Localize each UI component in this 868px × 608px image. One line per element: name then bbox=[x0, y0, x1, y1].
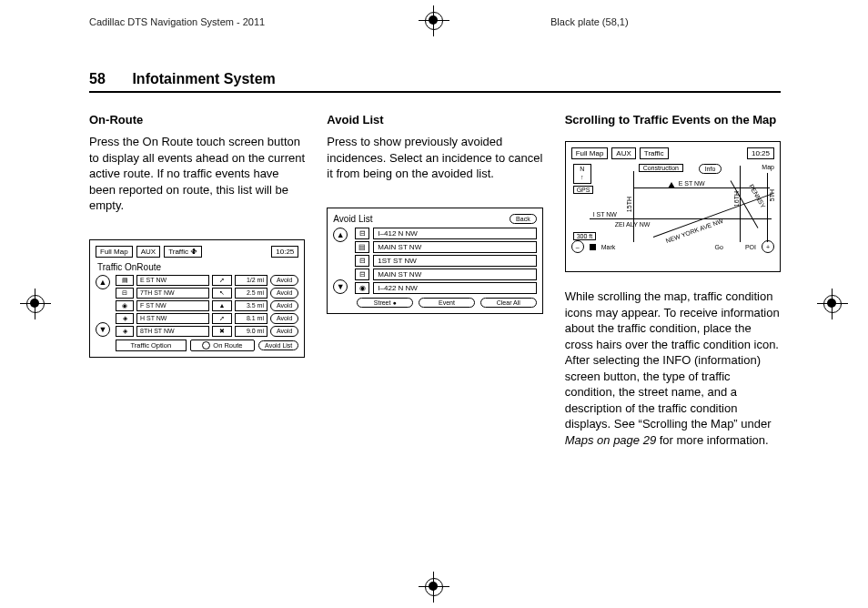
traffic-row[interactable]: ⊟ 7TH ST NW ↖ 2.5 mi Avoid bbox=[116, 288, 298, 299]
tab-full-map[interactable]: Full Map bbox=[96, 246, 133, 258]
row-dir-icon: ➚ bbox=[212, 275, 232, 286]
event-button[interactable]: Event bbox=[419, 298, 475, 308]
tab-traffic-label: Traffic bbox=[168, 248, 188, 256]
road-line bbox=[590, 218, 772, 219]
row-icon: ▤ bbox=[116, 275, 134, 286]
para-on-route: Press the On Route touch screen button t… bbox=[89, 134, 305, 214]
on-route-button[interactable]: On Route bbox=[190, 339, 255, 351]
heading-scrolling: Scrolling to Traffic Events on the Map bbox=[565, 113, 781, 127]
avoid-button[interactable]: Avoid bbox=[270, 275, 298, 286]
construction-label: Construction bbox=[639, 164, 683, 172]
registration-mark-right bbox=[817, 289, 848, 319]
street-label: Street bbox=[374, 299, 391, 306]
tab-traffic[interactable]: Traffic⛖ bbox=[164, 246, 202, 258]
tab-traffic[interactable]: Traffic bbox=[640, 147, 669, 159]
avoid-row[interactable]: ⊟MAIN ST NW bbox=[355, 269, 536, 280]
compass-icon: N↑ bbox=[573, 164, 591, 184]
traffic-row[interactable]: ◈ 8TH ST NW ✖ 9.0 mi Avoid bbox=[116, 326, 298, 337]
back-button[interactable]: Back bbox=[510, 214, 537, 224]
info-button[interactable]: Info bbox=[699, 164, 722, 174]
registration-mark-left bbox=[20, 289, 51, 319]
road-line bbox=[767, 173, 768, 242]
clear-all-button[interactable]: Clear All bbox=[480, 298, 537, 308]
clock: 10:25 bbox=[747, 147, 774, 159]
scroll-up-button[interactable]: ▲ bbox=[333, 228, 348, 242]
info-group: Info bbox=[699, 164, 722, 174]
figure-traffic-onroute: Full Map AUX Traffic⛖ 10:25 Traffic OnRo… bbox=[89, 239, 305, 358]
traffic-option-button[interactable]: Traffic Option bbox=[116, 339, 187, 351]
row-dist: 3.5 mi bbox=[235, 300, 267, 311]
row-name: F ST NW bbox=[136, 300, 209, 311]
scroll-down-button[interactable]: ▼ bbox=[333, 279, 348, 294]
row-name: H ST NW bbox=[136, 313, 209, 324]
traffic-row[interactable]: ◉ F ST NW ▲ 3.5 mi Avoid bbox=[116, 300, 298, 311]
road-label-16th: 16TH bbox=[733, 191, 740, 207]
map-button[interactable]: Map bbox=[762, 164, 774, 170]
avoid-row[interactable]: ▤MAIN ST NW bbox=[355, 241, 536, 253]
zoom-in-button[interactable]: + bbox=[762, 240, 774, 253]
row-name: MAIN ST NW bbox=[373, 269, 536, 280]
xref-maps: Maps on page 29 bbox=[565, 433, 656, 447]
mark-icon bbox=[590, 244, 596, 250]
go-label: Go bbox=[715, 244, 723, 250]
row-icon: ⊟ bbox=[355, 255, 369, 267]
row-icon: ⊟ bbox=[355, 228, 369, 239]
avoid-list-button[interactable]: Avoid List bbox=[258, 340, 298, 350]
map-canvas[interactable]: N↑ GPS Construction Info Map bbox=[571, 162, 774, 253]
scroll-down-button[interactable]: ▼ bbox=[96, 322, 110, 337]
street-button[interactable]: Street ● bbox=[357, 298, 413, 308]
avoid-row[interactable]: ◉I–422 N NW bbox=[355, 282, 536, 294]
para-scrolling: While scrolling the map, traffic conditi… bbox=[565, 289, 781, 448]
plate-label: Black plate (58,1) bbox=[550, 16, 629, 27]
road-label-zei: ZEI ALY NW bbox=[615, 221, 651, 228]
row-icon: ⊟ bbox=[355, 269, 369, 280]
tab-full-map[interactable]: Full Map bbox=[571, 147, 609, 159]
road-label-est: E ST NW bbox=[679, 180, 705, 187]
chapter-title: Infotainment System bbox=[132, 71, 275, 86]
para-scrolling-2: for more information. bbox=[656, 433, 769, 447]
row-name: 7TH ST NW bbox=[136, 288, 209, 299]
row-name: I–412 N NW bbox=[373, 228, 536, 239]
gps-badge: GPS bbox=[573, 186, 594, 194]
mark-label: Mark bbox=[601, 244, 616, 250]
row-dist: 1/2 mi bbox=[235, 275, 267, 286]
para-avoid-list: Press to show previously avoided inciden… bbox=[327, 134, 542, 182]
avoid-button[interactable]: Avoid bbox=[270, 288, 298, 299]
zoom-out-button[interactable]: – bbox=[571, 240, 584, 253]
tab-aux[interactable]: AUX bbox=[611, 147, 635, 159]
column-2: Avoid List Press to show previously avoi… bbox=[327, 113, 542, 455]
row-icon: ◈ bbox=[116, 326, 134, 337]
figure-map-scroll: Full Map AUX Traffic 10:25 N↑ GPS Constr… bbox=[565, 141, 781, 272]
row-name: 8TH ST NW bbox=[136, 326, 209, 337]
road-label-15th: 15TH bbox=[626, 197, 632, 212]
heading-avoid-list: Avoid List bbox=[327, 113, 542, 127]
page-number: 58 bbox=[89, 71, 106, 86]
tab-aux[interactable]: AUX bbox=[136, 246, 160, 258]
para-scrolling-1: While scrolling the map, traffic conditi… bbox=[565, 289, 780, 431]
road-label-ist: I ST NW bbox=[593, 211, 617, 218]
row-name: E ST NW bbox=[136, 275, 209, 286]
avoid-button[interactable]: Avoid bbox=[270, 300, 298, 311]
radio-icon bbox=[202, 341, 210, 350]
road-line bbox=[652, 193, 772, 238]
row-dir-icon: ✖ bbox=[212, 326, 232, 337]
row-dir-icon: ▲ bbox=[212, 300, 232, 311]
clock: 10:25 bbox=[271, 246, 298, 258]
traffic-row[interactable]: ◈ H ST NW ➚ 8.1 mi Avoid bbox=[116, 313, 298, 324]
traffic-row[interactable]: ▤ E ST NW ➚ 1/2 mi Avoid bbox=[116, 275, 298, 286]
road-label-5th: 5TH bbox=[769, 189, 775, 201]
column-3: Scrolling to Traffic Events on the Map F… bbox=[565, 113, 781, 455]
poi-label: POI bbox=[745, 244, 756, 250]
avoid-button[interactable]: Avoid bbox=[270, 326, 298, 337]
row-icon: ◉ bbox=[116, 300, 134, 311]
row-name: MAIN ST NW bbox=[373, 241, 536, 253]
avoid-row[interactable]: ⊟I–412 N NW bbox=[355, 228, 536, 239]
print-header: Cadillac DTS Navigation System - 2011 Bl… bbox=[0, 16, 868, 31]
traffic-icon: ⛖ bbox=[190, 248, 197, 256]
scroll-up-button[interactable]: ▲ bbox=[96, 275, 110, 289]
figure-avoid-list: Avoid List Back ▲ ▼ ⊟I–412 N NW ▤MAIN ST… bbox=[327, 208, 542, 314]
row-dist: 9.0 mi bbox=[235, 326, 267, 337]
avoid-row[interactable]: ⊟1ST ST NW bbox=[355, 255, 536, 267]
avoid-button[interactable]: Avoid bbox=[270, 313, 298, 324]
traffic-event-icon bbox=[668, 182, 675, 188]
